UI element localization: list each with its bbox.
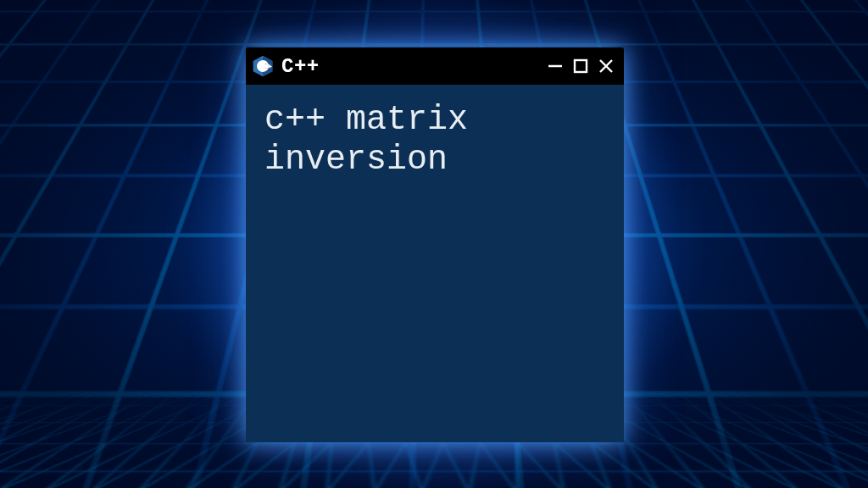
client-area: c++ matrix inversion bbox=[246, 85, 624, 442]
maximize-button[interactable] bbox=[571, 57, 590, 75]
terminal-window: C++ c++ matrix inversion bbox=[246, 47, 624, 442]
content-text: c++ matrix inversion bbox=[264, 100, 605, 180]
cpp-logo-icon bbox=[251, 54, 275, 78]
close-button[interactable] bbox=[597, 57, 615, 75]
svg-rect-7 bbox=[575, 60, 587, 72]
window-title: C++ bbox=[281, 55, 546, 78]
svg-rect-5 bbox=[269, 66, 272, 67]
svg-rect-3 bbox=[265, 66, 269, 67]
window-controls bbox=[546, 57, 615, 75]
minimize-button[interactable] bbox=[546, 57, 565, 75]
titlebar[interactable]: C++ bbox=[246, 47, 624, 85]
